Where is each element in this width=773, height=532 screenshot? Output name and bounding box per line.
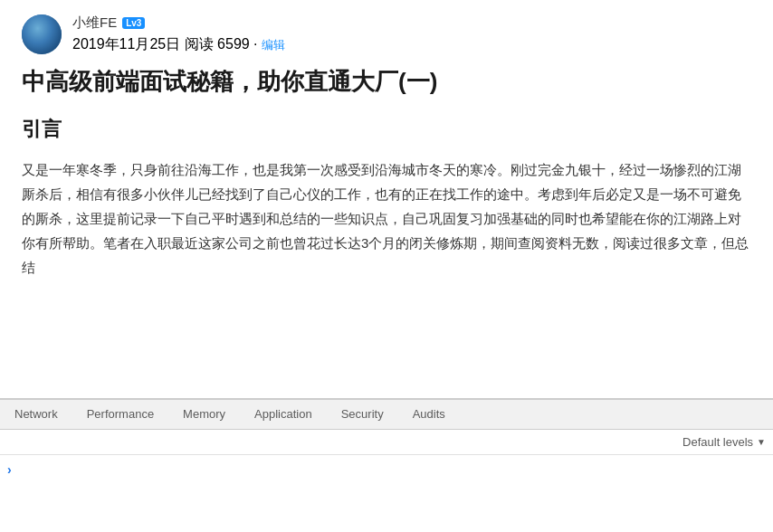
tab-application-label: Application (254, 407, 312, 421)
tab-audits[interactable]: Audits (398, 400, 460, 429)
default-levels-dropdown[interactable]: Default levels ▼ (682, 435, 766, 449)
tab-security[interactable]: Security (327, 400, 398, 429)
article-title: 中高级前端面试秘籍，助你直通大厂(一) (22, 65, 751, 98)
author-name-row: 小维FE Lv3 (72, 14, 285, 32)
author-meta: 2019年11月25日 阅读 6599 · 编辑 (72, 35, 285, 54)
section-heading: 引言 (22, 116, 751, 143)
default-levels-label: Default levels (682, 435, 753, 449)
prompt-arrow-icon: › (7, 462, 12, 477)
tab-application[interactable]: Application (240, 400, 327, 429)
tab-performance[interactable]: Performance (72, 400, 168, 429)
chevron-down-icon: ▼ (757, 437, 766, 447)
console-prompt-row: › (7, 459, 766, 480)
tab-performance-label: Performance (87, 407, 154, 421)
console-body: › (0, 455, 773, 532)
console-filter-input[interactable] (7, 433, 675, 451)
author-meta-text: 2019年11月25日 阅读 6599 · (72, 36, 262, 52)
article-area: 小维FE Lv3 2019年11月25日 阅读 6599 · 编辑 中高级前端面… (0, 0, 773, 398)
tab-network-label: Network (14, 407, 58, 421)
article-body: 又是一年寒冬季，只身前往沿海工作，也是我第一次感受到沿海城市冬天的寒冷。刚过完金… (22, 157, 751, 280)
console-toolbar: Default levels ▼ (0, 430, 773, 455)
tab-memory[interactable]: Memory (168, 400, 240, 429)
lv-badge: Lv3 (122, 17, 145, 29)
edit-link[interactable]: 编辑 (262, 38, 285, 52)
devtools-tabs-bar: Network Performance Memory Application S… (0, 399, 773, 430)
tab-network[interactable]: Network (0, 400, 72, 429)
tab-security-label: Security (341, 407, 384, 421)
devtools-panel: Network Performance Memory Application S… (0, 398, 773, 532)
author-name: 小维FE (72, 14, 117, 32)
author-info: 小维FE Lv3 2019年11月25日 阅读 6599 · 编辑 (72, 14, 285, 54)
tab-audits-label: Audits (413, 407, 445, 421)
author-row: 小维FE Lv3 2019年11月25日 阅读 6599 · 编辑 (22, 14, 751, 54)
avatar (22, 14, 62, 54)
article-body-text: 又是一年寒冬季，只身前往沿海工作，也是我第一次感受到沿海城市冬天的寒冷。刚过完金… (22, 157, 751, 280)
tab-memory-label: Memory (183, 407, 225, 421)
